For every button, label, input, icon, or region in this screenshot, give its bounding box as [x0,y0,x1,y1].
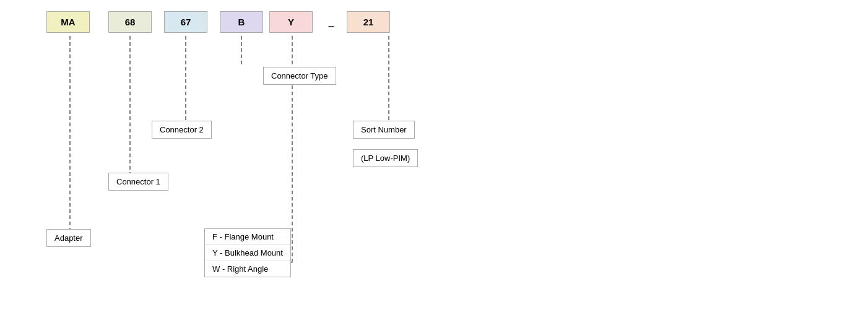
part-code-ma: MA [46,11,90,33]
part-code-68: 68 [108,11,152,33]
connector1-label: Connector 1 [108,173,168,191]
adapter-label: Adapter [46,229,91,247]
sort-number-label: Sort Number [353,121,415,139]
part-code-y: Y [269,11,313,33]
flange-mount-option: F - Flange Mount [205,229,290,245]
part-code-67: 67 [164,11,207,33]
part-code-dash: – [328,20,334,33]
connector-type-label: Connector Type [263,67,336,85]
mount-options-box: F - Flange Mount Y - Bulkhead Mount W - … [204,228,291,277]
bulkhead-mount-option: Y - Bulkhead Mount [205,245,290,261]
part-code-b: B [220,11,263,33]
connector-lines: .dashed { stroke: #555; stroke-width: 1.… [0,0,868,333]
diagram: .dashed { stroke: #555; stroke-width: 1.… [0,0,868,333]
part-code-21: 21 [347,11,390,33]
lp-low-pim-label: (LP Low-PIM) [353,149,418,167]
connector2-label: Connector 2 [152,121,212,139]
right-angle-option: W - Right Angle [205,261,290,277]
